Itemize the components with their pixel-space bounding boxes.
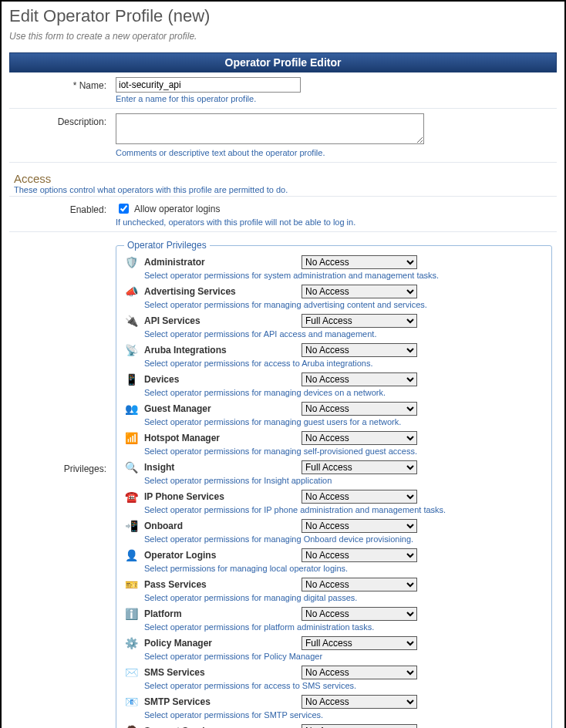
- privilege-name: Administrator: [144, 257, 298, 268]
- enabled-label: Enabled:: [9, 197, 111, 232]
- privilege-select[interactable]: No AccessRead OnlyFull Access: [302, 578, 417, 592]
- enabled-text: Allow operator logins: [134, 204, 220, 214]
- privilege-desc: Select operator permissions for SMTP ser…: [144, 710, 544, 720]
- privilege-desc: Select operator permissions for managing…: [144, 417, 544, 426]
- privilege-select[interactable]: No AccessRead OnlyFull Access: [302, 285, 417, 298]
- description-hint: Comments or descriptive text about the o…: [116, 148, 552, 157]
- privilege-icon: 📣: [124, 285, 138, 298]
- privilege-icon: 🔍: [124, 460, 138, 474]
- privilege-name: Policy Manager: [144, 638, 298, 649]
- privilege-select[interactable]: No AccessRead OnlyFull Access: [302, 548, 417, 562]
- privilege-desc: Select operator permissions for Policy M…: [144, 652, 544, 661]
- privilege-name: IP Phone Services: [144, 491, 298, 502]
- privilege-icon: 📱: [124, 372, 138, 386]
- page-title: Edit Operator Profile (new): [9, 6, 557, 26]
- privilege-icon: 📡: [124, 343, 138, 357]
- privilege-icon: ⚙️: [124, 636, 138, 650]
- privilege-row: ✉️SMS ServicesNo AccessRead OnlyFull Acc…: [124, 666, 544, 679]
- privilege-select[interactable]: No AccessRead OnlyFull Access: [302, 255, 417, 269]
- privilege-desc: Select operator permissions for IP phone…: [144, 505, 544, 514]
- enabled-checkbox[interactable]: [119, 204, 129, 214]
- privilege-row: 👤Operator LoginsNo AccessRead OnlyFull A…: [124, 548, 544, 562]
- privilege-icon: 📧: [124, 695, 138, 709]
- privilege-desc: Select operator permissions for managing…: [144, 388, 544, 397]
- form-table: * Name: Enter a name for this operator p…: [9, 72, 557, 728]
- privilege-select[interactable]: No AccessRead OnlyFull Access: [302, 460, 417, 474]
- privilege-select[interactable]: No AccessRead OnlyFull Access: [302, 314, 417, 328]
- privilege-name: Pass Services: [144, 579, 298, 590]
- privilege-row: 📲OnboardNo AccessRead OnlyFull Access: [124, 519, 544, 533]
- privilege-select[interactable]: No AccessRead OnlyFull Access: [302, 724, 417, 728]
- privilege-row: ℹ️PlatformNo AccessRead OnlyFull Access: [124, 607, 544, 621]
- privilege-icon: 📲: [124, 519, 138, 533]
- privilege-icon: ✉️: [124, 666, 138, 679]
- privilege-icon: 👥: [124, 402, 138, 416]
- privilege-name: Aruba Integrations: [144, 345, 298, 356]
- privilege-name: SMTP Services: [144, 696, 298, 707]
- privilege-name: Advertising Services: [144, 286, 298, 297]
- privilege-desc: Select permissions for managing local op…: [144, 564, 544, 573]
- privilege-desc: Select operator permissions for managing…: [144, 593, 544, 602]
- privilege-name: Platform: [144, 608, 298, 619]
- privilege-select[interactable]: No AccessRead OnlyFull Access: [302, 666, 417, 679]
- privilege-desc: Select operator permissions for system a…: [144, 271, 544, 280]
- privilege-icon: 🧑‍💼: [124, 724, 138, 728]
- privilege-name: Operator Logins: [144, 550, 298, 561]
- privilege-name: Onboard: [144, 521, 298, 531]
- privilege-row: 🔍InsightNo AccessRead OnlyFull Access: [124, 460, 544, 474]
- privilege-select[interactable]: No AccessRead OnlyFull Access: [302, 695, 417, 709]
- panel-header: Operator Profile Editor: [9, 52, 557, 72]
- privilege-select[interactable]: No AccessRead OnlyFull Access: [302, 636, 417, 650]
- description-label: Description:: [9, 109, 111, 163]
- privilege-desc: Select operator permissions for managing…: [144, 534, 544, 544]
- privilege-row: ☎️IP Phone ServicesNo AccessRead OnlyFul…: [124, 490, 544, 504]
- privilege-select[interactable]: No AccessRead OnlyFull Access: [302, 490, 417, 504]
- enabled-hint: If unchecked, operators with this profil…: [116, 217, 552, 227]
- privilege-icon: 🎫: [124, 578, 138, 592]
- privileges-legend: Operator Privileges: [124, 240, 210, 251]
- privilege-row: 🎫Pass ServicesNo AccessRead OnlyFull Acc…: [124, 578, 544, 592]
- privilege-desc: Select operator permissions for managing…: [144, 300, 544, 309]
- privilege-select[interactable]: No AccessRead OnlyFull Access: [302, 372, 417, 386]
- privilege-name: Guest Manager: [144, 403, 298, 414]
- privilege-select[interactable]: No AccessRead OnlyFull Access: [302, 607, 417, 621]
- privilege-select[interactable]: No AccessRead OnlyFull Access: [302, 519, 417, 533]
- privilege-icon: 📶: [124, 431, 138, 445]
- privilege-select[interactable]: No AccessRead OnlyFull Access: [302, 343, 417, 357]
- name-hint: Enter a name for this operator profile.: [116, 94, 552, 103]
- privilege-desc: Select operator permissions for API acce…: [144, 329, 544, 339]
- privilege-row: 📧SMTP ServicesNo AccessRead OnlyFull Acc…: [124, 695, 544, 709]
- privilege-desc: Select operator permissions for Insight …: [144, 476, 544, 485]
- privilege-row: 🧑‍💼Support ServicesNo AccessRead OnlyFul…: [124, 724, 544, 728]
- privilege-desc: Select operator permissions for access t…: [144, 359, 544, 368]
- privilege-name: Devices: [144, 374, 298, 385]
- privilege-icon: ☎️: [124, 490, 138, 504]
- access-heading: Access: [14, 172, 552, 185]
- privilege-name: Insight: [144, 462, 298, 473]
- privilege-name: Hotspot Manager: [144, 433, 298, 443]
- page-intro: Use this form to create a new operator p…: [9, 31, 557, 42]
- privileges-label: Privileges:: [9, 232, 111, 729]
- name-label: * Name:: [9, 72, 111, 109]
- privilege-row: 🔌API ServicesNo AccessRead OnlyFull Acce…: [124, 314, 544, 328]
- privilege-row: ⚙️Policy ManagerNo AccessRead OnlyFull A…: [124, 636, 544, 650]
- privilege-icon: 🛡️: [124, 255, 138, 269]
- privilege-row: 📣Advertising ServicesNo AccessRead OnlyF…: [124, 285, 544, 298]
- privilege-row: 👥Guest ManagerNo AccessRead OnlyFull Acc…: [124, 402, 544, 416]
- privilege-row: 📡Aruba IntegrationsNo AccessRead OnlyFul…: [124, 343, 544, 357]
- description-textarea[interactable]: [116, 113, 424, 144]
- privilege-name: SMS Services: [144, 667, 298, 678]
- access-subtext: These options control what operators wit…: [14, 185, 552, 194]
- privilege-row: 🛡️AdministratorNo AccessRead OnlyFull Ac…: [124, 255, 544, 269]
- privilege-name: API Services: [144, 315, 298, 326]
- privilege-desc: Select operator permissions for managing…: [144, 447, 544, 456]
- privilege-icon: ℹ️: [124, 607, 138, 621]
- name-input[interactable]: [116, 77, 301, 93]
- privilege-icon: 👤: [124, 548, 138, 562]
- privilege-row: 📱DevicesNo AccessRead OnlyFull Access: [124, 372, 544, 386]
- privileges-fieldset: Operator Privileges 🛡️AdministratorNo Ac…: [116, 240, 552, 728]
- privilege-select[interactable]: No AccessRead OnlyFull Access: [302, 402, 417, 416]
- privilege-desc: Select operator permissions for access t…: [144, 681, 544, 690]
- privilege-select[interactable]: No AccessRead OnlyFull Access: [302, 431, 417, 445]
- privilege-row: 📶Hotspot ManagerNo AccessRead OnlyFull A…: [124, 431, 544, 445]
